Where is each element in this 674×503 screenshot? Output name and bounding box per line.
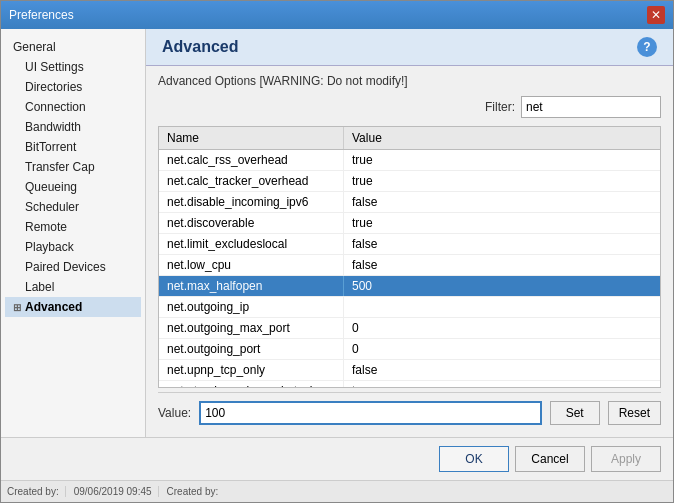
window-body: General UI Settings Directories Connecti… — [1, 29, 673, 437]
reset-button[interactable]: Reset — [608, 401, 661, 425]
table-header: Name Value — [159, 127, 660, 150]
status-segment-1: 09/06/2019 09:45 — [68, 486, 159, 497]
sidebar-item-remote[interactable]: Remote — [5, 217, 141, 237]
column-header-name: Name — [159, 127, 344, 149]
cell-name: net.low_cpu — [159, 255, 344, 275]
sidebar-item-general[interactable]: General — [5, 37, 141, 57]
sidebar-item-scheduler[interactable]: Scheduler — [5, 197, 141, 217]
table-row[interactable]: net.outgoing_max_port0 — [159, 318, 660, 339]
cell-value: true — [344, 150, 660, 170]
value-label: Value: — [158, 406, 191, 420]
cell-value: false — [344, 255, 660, 275]
value-editor: Value: Set Reset — [158, 392, 661, 429]
sidebar-item-bandwidth[interactable]: Bandwidth — [5, 117, 141, 137]
sidebar-item-label: Connection — [25, 100, 86, 114]
cell-value — [344, 297, 660, 317]
table-row[interactable]: net.utn_dynamic_packet_sizetrue — [159, 381, 660, 387]
preferences-window: Preferences ✕ General UI Settings Direct… — [0, 0, 674, 503]
table-row[interactable]: net.outgoing_port0 — [159, 339, 660, 360]
sidebar-item-ui-settings[interactable]: UI Settings — [5, 57, 141, 77]
column-header-value: Value — [344, 127, 660, 149]
panel-body: Advanced Options [WARNING: Do not modify… — [146, 66, 673, 437]
cell-value: false — [344, 192, 660, 212]
cell-name: net.max_halfopen — [159, 276, 344, 296]
set-button[interactable]: Set — [550, 401, 600, 425]
status-segment-2: Created by: — [161, 486, 225, 497]
sidebar-item-label: BitTorrent — [25, 140, 76, 154]
sidebar-item-transfer-cap[interactable]: Transfer Cap — [5, 157, 141, 177]
sidebar-item-label: Queueing — [25, 180, 77, 194]
cell-name: net.discoverable — [159, 213, 344, 233]
filter-label: Filter: — [485, 100, 515, 114]
sidebar-item-label: Label — [25, 280, 54, 294]
status-bar: Created by: 09/06/2019 09:45 Created by: — [1, 480, 673, 502]
sidebar-item-label[interactable]: Label — [5, 277, 141, 297]
apply-button[interactable]: Apply — [591, 446, 661, 472]
sidebar-item-label: Transfer Cap — [25, 160, 95, 174]
sidebar-item-label: Bandwidth — [25, 120, 81, 134]
cell-name: net.limit_excludeslocal — [159, 234, 344, 254]
sidebar-item-directories[interactable]: Directories — [5, 77, 141, 97]
cell-value: true — [344, 213, 660, 233]
cell-value: true — [344, 381, 660, 387]
sidebar-item-label: Remote — [25, 220, 67, 234]
cell-name: net.upnp_tcp_only — [159, 360, 344, 380]
sidebar-item-advanced[interactable]: ⊞ Advanced — [5, 297, 141, 317]
sidebar-item-queueing[interactable]: Queueing — [5, 177, 141, 197]
sidebar-item-paired-devices[interactable]: Paired Devices — [5, 257, 141, 277]
sidebar-item-label: Advanced — [25, 300, 82, 314]
table-row[interactable]: net.calc_tracker_overheadtrue — [159, 171, 660, 192]
cell-name: net.calc_tracker_overhead — [159, 171, 344, 191]
cell-name: net.outgoing_ip — [159, 297, 344, 317]
status-segment-0: Created by: — [1, 486, 66, 497]
table-row[interactable]: net.calc_rss_overheadtrue — [159, 150, 660, 171]
settings-table: Name Value net.calc_rss_overheadtruenet.… — [158, 126, 661, 388]
table-row[interactable]: net.upnp_tcp_onlyfalse — [159, 360, 660, 381]
value-input[interactable] — [199, 401, 542, 425]
title-bar: Preferences ✕ — [1, 1, 673, 29]
filter-row: Filter: — [158, 96, 661, 118]
table-scroll: net.calc_rss_overheadtruenet.calc_tracke… — [159, 150, 660, 387]
main-content: Advanced ? Advanced Options [WARNING: Do… — [146, 29, 673, 437]
sidebar-item-bittorrent[interactable]: BitTorrent — [5, 137, 141, 157]
table-row[interactable]: net.disable_incoming_ipv6false — [159, 192, 660, 213]
cell-name: net.disable_incoming_ipv6 — [159, 192, 344, 212]
table-row[interactable]: net.max_halfopen500 — [159, 276, 660, 297]
sidebar-item-playback[interactable]: Playback — [5, 237, 141, 257]
cell-value: 500 — [344, 276, 660, 296]
sidebar: General UI Settings Directories Connecti… — [1, 29, 146, 437]
table-row[interactable]: net.discoverabletrue — [159, 213, 660, 234]
expand-icon: ⊞ — [13, 302, 21, 313]
footer: OK Cancel Apply — [1, 437, 673, 480]
table-row[interactable]: net.low_cpufalse — [159, 255, 660, 276]
sidebar-item-label: Paired Devices — [25, 260, 106, 274]
cell-value: 0 — [344, 339, 660, 359]
panel-title: Advanced — [162, 38, 238, 56]
table-row[interactable]: net.limit_excludeslocalfalse — [159, 234, 660, 255]
warning-text: Advanced Options [WARNING: Do not modify… — [158, 74, 661, 88]
cell-name: net.utn_dynamic_packet_size — [159, 381, 344, 387]
panel-header: Advanced ? — [146, 29, 673, 66]
sidebar-item-label: UI Settings — [25, 60, 84, 74]
cancel-button[interactable]: Cancel — [515, 446, 585, 472]
cell-value: true — [344, 171, 660, 191]
window-title: Preferences — [9, 8, 74, 22]
cell-name: net.calc_rss_overhead — [159, 150, 344, 170]
sidebar-item-label: Playback — [25, 240, 74, 254]
close-button[interactable]: ✕ — [647, 6, 665, 24]
cell-name: net.outgoing_port — [159, 339, 344, 359]
filter-input[interactable] — [521, 96, 661, 118]
sidebar-item-label: Scheduler — [25, 200, 79, 214]
cell-value: 0 — [344, 318, 660, 338]
cell-value: false — [344, 234, 660, 254]
cell-name: net.outgoing_max_port — [159, 318, 344, 338]
help-button[interactable]: ? — [637, 37, 657, 57]
ok-button[interactable]: OK — [439, 446, 509, 472]
table-row[interactable]: net.outgoing_ip — [159, 297, 660, 318]
cell-value: false — [344, 360, 660, 380]
sidebar-item-connection[interactable]: Connection — [5, 97, 141, 117]
sidebar-item-label: General — [13, 40, 56, 54]
sidebar-item-label: Directories — [25, 80, 82, 94]
